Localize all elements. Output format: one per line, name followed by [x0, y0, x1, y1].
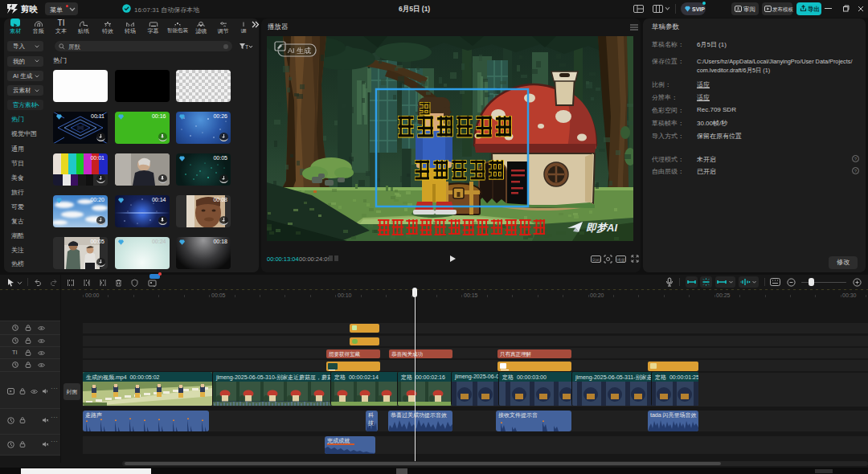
svg-text:?: ?: [854, 157, 858, 161]
svg-text:미리: 미리: [592, 257, 600, 262]
svg-text:T: T: [245, 44, 249, 50]
svg-text:네성: 네성: [617, 257, 625, 263]
svg-text:AI 生成: AI 生成: [288, 47, 311, 55]
svg-text:即梦AI: 即梦AI: [586, 222, 617, 234]
svg-text:?: ?: [854, 169, 858, 174]
